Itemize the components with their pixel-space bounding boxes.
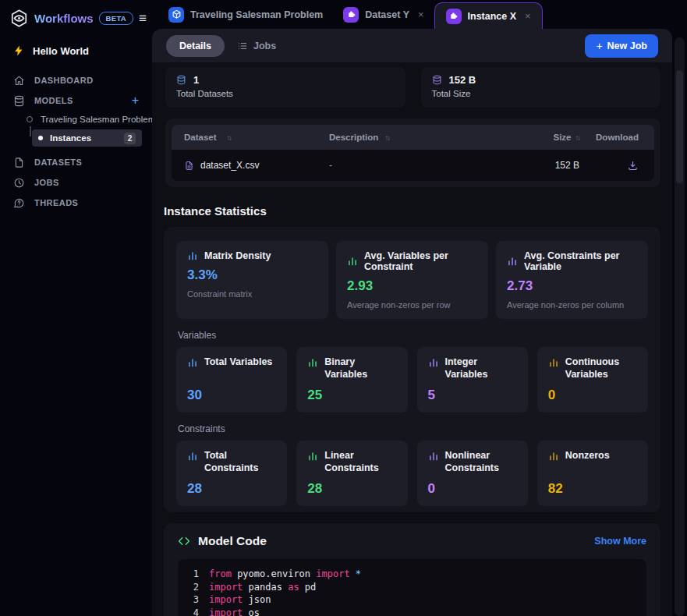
table-row: dataset_X.csv - 152 B (172, 150, 654, 181)
code-line: 1from pyomo.environ import * (178, 568, 646, 581)
bar-chart-icon (187, 451, 198, 462)
sidebar-item-label: MODELS (34, 96, 73, 105)
add-model-button[interactable]: + (132, 94, 139, 107)
table-header: Dataset ↑↓ Description ↑↓ Size ↑↓ (172, 125, 654, 150)
code-text: pd (299, 581, 317, 594)
dataset-size: 152 B (509, 160, 579, 171)
clock-icon (13, 177, 25, 189)
column-header-dataset: Dataset (184, 133, 217, 142)
brand-row: Workflows BETA ≡ (0, 6, 152, 30)
tab-bar: Traveling Salesman Problem Dataset Y × (152, 0, 687, 29)
main-area: Traveling Salesman Problem Dataset Y × (152, 0, 687, 616)
tab-traveling-salesman-problem[interactable]: Traveling Salesman Problem (158, 0, 333, 29)
sidebar-item-jobs[interactable]: JOBS (0, 172, 152, 193)
scrollbar[interactable] (675, 37, 685, 616)
sidebar-item-label: DATASETS (34, 158, 82, 167)
bar-chart-icon (187, 250, 198, 261)
home-icon (13, 75, 25, 87)
tab-jobs[interactable]: Jobs (237, 41, 276, 51)
close-tab-icon[interactable]: × (418, 9, 424, 20)
sidebar: Workflows BETA ≡ Hello World DASHBOARD (0, 0, 152, 616)
nonlinear-constraints-card: Nonlinear Constraints 0 (417, 441, 528, 506)
hamburger-menu-icon[interactable]: ≡ (139, 12, 147, 25)
sort-icon[interactable]: ↑↓ (227, 133, 232, 142)
tab-instance-x[interactable]: Instance X × (434, 2, 543, 29)
bar-chart-icon (548, 357, 559, 368)
summary-cards: 1 Total Datasets 152 B (165, 67, 660, 108)
content-panel: Details Jobs + New Job (152, 29, 672, 616)
csv-file-icon (184, 161, 194, 171)
tree-connector (30, 126, 31, 136)
tab-label: Instance X (468, 11, 517, 22)
total-datasets-card: 1 Total Datasets (165, 67, 405, 108)
file-icon (13, 157, 25, 168)
new-job-button[interactable]: + New Job (585, 34, 658, 58)
tab-details[interactable]: Details (166, 35, 225, 57)
stat-label: Nonzeros (565, 450, 610, 462)
instance-statistics-card: Matrix Density 3.3% Constraint matrix Av… (164, 227, 660, 512)
tab-label: Dataset Y (365, 9, 409, 20)
dataset-table-card: Dataset ↑↓ Description ↑↓ Size ↑↓ (165, 119, 660, 187)
sidebar-item-dashboard[interactable]: DASHBOARD (0, 70, 152, 90)
stat-subtext: Average non-zeros per row (347, 300, 477, 310)
bar-chart-icon (428, 357, 439, 368)
puzzle-icon (446, 9, 462, 24)
tab-dataset-y[interactable]: Dataset Y × (333, 0, 434, 29)
sidebar-item-label: THREADS (34, 198, 78, 207)
stat-value: 2.93 (347, 278, 477, 294)
sidebar-item-datasets[interactable]: DATASETS (0, 152, 152, 172)
model-code-title: Model Code (198, 534, 267, 548)
sidebar-item-label: DASHBOARD (34, 76, 94, 85)
stat-value: 25 (307, 388, 396, 403)
summary-label: Total Datasets (176, 89, 395, 98)
show-more-link[interactable]: Show More (594, 536, 646, 547)
dataset-name: dataset_X.csv (200, 160, 259, 171)
stat-label: Continuous Variables (565, 356, 637, 381)
bar-chart-icon (347, 256, 358, 267)
sidebar-item-threads[interactable]: THREADS (0, 193, 152, 213)
cube-icon (168, 7, 184, 23)
stat-label: Total Variables (204, 356, 272, 369)
jobs-label: Jobs (253, 41, 276, 51)
code-keyword: as (288, 581, 299, 594)
puzzle-icon (343, 7, 359, 23)
stat-value: 5 (428, 388, 517, 403)
models-tree: Traveling Salesman Problem Instances 2 (0, 111, 152, 147)
database-icon (13, 95, 25, 107)
bar-chart-icon (307, 357, 318, 368)
bar-chart-icon (548, 451, 559, 462)
total-size-card: 152 B Total Size (421, 67, 661, 108)
sidebar-item-traveling-salesman-problem[interactable]: Traveling Salesman Problem (0, 111, 152, 128)
dataset-description: - (329, 160, 509, 171)
download-icon[interactable] (627, 160, 639, 172)
matrix-density-card: Matrix Density 3.3% Constraint matrix (176, 241, 328, 319)
sidebar-item-models[interactable]: MODELS + (0, 90, 152, 111)
code-line: 2import pandas as pd (178, 581, 646, 594)
summary-value: 152 B (449, 74, 476, 86)
code-text: pandas (243, 581, 288, 594)
line-number: 1 (178, 568, 209, 581)
database-icon (176, 75, 186, 85)
continuous-variables-card: Continuous Variables 0 (537, 347, 648, 412)
bolt-icon (13, 45, 24, 56)
scrollbar-thumb[interactable] (676, 70, 683, 183)
code-keyword: import (209, 581, 243, 594)
code-text: json (243, 593, 271, 607)
workspace-item[interactable]: Hello World (0, 41, 152, 61)
app-root: Workflows BETA ≡ Hello World DASHBOARD (0, 0, 687, 616)
stat-subtext: Constraint matrix (187, 289, 317, 299)
overview-stats-row: Matrix Density 3.3% Constraint matrix Av… (176, 241, 648, 319)
code-operator: * (350, 568, 361, 581)
list-icon (237, 41, 248, 51)
sidebar-item-instances[interactable]: Instances 2 (32, 129, 142, 147)
scroll-content: 1 Total Datasets 152 B (152, 62, 672, 616)
line-number: 2 (178, 581, 209, 594)
code-keyword: import (316, 568, 349, 581)
code-brackets-icon (178, 535, 190, 547)
sidebar-nav: DASHBOARD MODELS + Traveling Salesman Pr… (0, 70, 152, 213)
close-tab-icon[interactable]: × (525, 10, 531, 22)
sort-icon[interactable]: ↑↓ (384, 133, 389, 142)
model-item-label: Traveling Salesman Problem (41, 115, 155, 124)
constraints-stats-row: Total Constraints 28 Linear Constraints (176, 441, 648, 506)
stat-value: 30 (187, 388, 276, 403)
